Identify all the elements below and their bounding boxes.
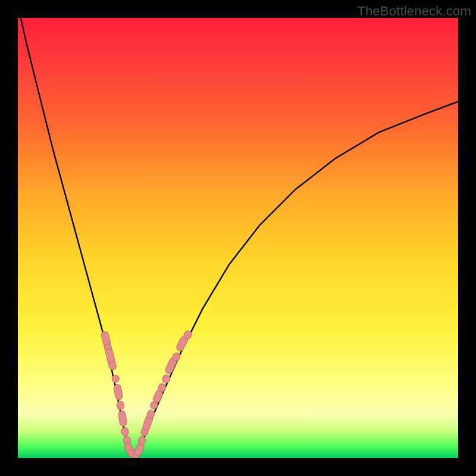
watermark-text: TheBottleneck.com: [357, 4, 471, 19]
curve-marker: [161, 374, 171, 384]
bottleneck-curve: [18, 5, 458, 454]
chart-root: TheBottleneck.com: [0, 0, 476, 476]
plot-area: [18, 18, 458, 458]
curve-marker: [118, 411, 127, 427]
curve-marker: [121, 427, 130, 437]
curve-layer: [18, 18, 458, 458]
curve-marker: [116, 400, 124, 410]
curve-marker: [113, 384, 123, 400]
curve-markers: [101, 330, 193, 459]
